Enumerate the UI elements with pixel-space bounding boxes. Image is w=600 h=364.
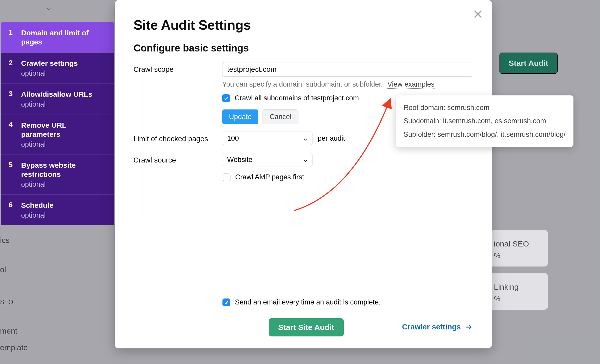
arrow-right-icon [465,324,472,330]
crawl-scope-hint: You can specify a domain, subdomain, or … [222,80,473,88]
step-title: Allow/disallow URLs [21,90,92,99]
bg-text: ol [0,265,6,274]
step-tag: optional [21,180,106,188]
crawl-scope-input[interactable] [222,62,473,77]
step-number: 6 [9,201,14,209]
wizard-steps: 1 Domain and limit of pages 2 Crawler se… [1,22,114,225]
bg-text: ment [0,327,17,335]
per-audit-label: per audit [318,134,345,142]
step-bypass-restrictions[interactable]: 5 Bypass website restrictions optional [1,154,114,194]
modal-footer: Send an email every time an audit is com… [133,298,473,335]
step-number: 2 [9,59,14,67]
bg-text: emplate [0,343,28,352]
step-number: 5 [9,161,14,169]
limit-pages-label: Limit of checked pages [133,132,223,143]
card-percent: % [494,250,542,262]
limit-pages-select[interactable]: 100 [223,132,312,145]
step-tag: optional [21,140,106,148]
card-percent: % [494,293,542,305]
site-audit-settings-modal: Site Audit Settings Configure basic sett… [115,0,492,348]
cancel-button[interactable]: Cancel [263,109,298,124]
crawl-scope-label: Crawl scope [133,62,222,74]
crawl-amp-checkbox[interactable] [223,173,231,181]
tooltip-line: Subdomain: it.semrush.com, es.semrush.co… [404,114,566,128]
thematic-card-linking: Linking % [488,273,548,310]
step-title: Crawler settings [21,59,78,68]
step-crawler-settings[interactable]: 2 Crawler settings optional [1,53,114,83]
step-allow-disallow[interactable]: 3 Allow/disallow URLs optional [1,83,114,114]
send-email-checkbox[interactable] [222,298,230,306]
bg-text: SEO [0,298,13,306]
crawl-source-value: Website [227,156,252,164]
chevron-down-icon [46,6,52,12]
close-icon[interactable] [473,9,483,19]
step-tag: optional [21,69,78,77]
bg-text: ics [0,236,10,245]
crawl-source-label: Crawl source [133,153,223,164]
step-tag: optional [21,211,53,219]
step-title: Bypass website restrictions [21,161,106,179]
tooltip-line: Root domain: semrush.com [404,101,566,114]
send-email-label: Send an email every time an audit is com… [235,298,381,306]
tooltip-line: Subfolder: semrush.com/blog/, it.semrush… [404,128,566,141]
step-title: Remove URL parameters [21,121,106,139]
thematic-card-seo: ional SEO % [488,230,548,266]
step-number: 1 [9,28,14,37]
chevron-down-icon [303,136,308,141]
limit-pages-value: 100 [227,134,239,142]
chevron-down-icon [303,157,308,162]
update-button[interactable]: Update [222,109,258,124]
crawler-settings-label: Crawler settings [402,323,461,331]
step-domain-limit[interactable]: 1 Domain and limit of pages [1,22,114,53]
card-label: Linking [494,281,542,293]
step-title: Domain and limit of pages [21,28,106,47]
step-remove-params[interactable]: 4 Remove URL parameters optional [1,114,114,154]
crawler-settings-link[interactable]: Crawler settings [402,323,472,331]
step-schedule[interactable]: 6 Schedule optional [1,194,114,225]
card-label: ional SEO [494,238,542,250]
crawl-amp-label: Crawl AMP pages first [235,173,304,181]
modal-subtitle: Configure basic settings [133,43,473,54]
step-number: 4 [9,121,14,129]
crawl-source-select[interactable]: Website [223,153,312,166]
crawl-subdomains-label: Crawl all subdomains of testproject.com [235,94,359,102]
modal-title: Site Audit Settings [133,17,473,33]
step-tag: optional [21,100,92,108]
step-title: Schedule [21,201,53,210]
hint-text: You can specify a domain, subdomain, or … [222,80,383,88]
start-site-audit-button[interactable]: Start Site Audit [269,318,344,336]
start-audit-button-bg[interactable]: Start Audit [499,53,558,74]
view-examples-link[interactable]: View examples [387,80,435,89]
step-number: 3 [9,90,14,98]
examples-tooltip: Root domain: semrush.com Subdomain: it.s… [396,95,573,147]
crawl-subdomains-checkbox[interactable] [222,94,230,102]
